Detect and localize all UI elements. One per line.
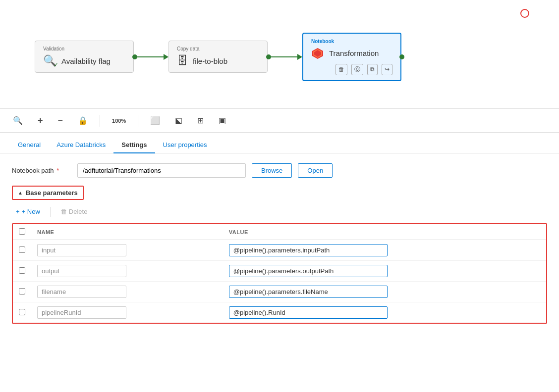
param-name-cell	[31, 282, 223, 302]
search-toolbar-btn[interactable]: 🔍	[10, 114, 26, 127]
tab-user-properties[interactable]: User properties	[155, 137, 215, 153]
collapse-icon: ▲	[18, 190, 23, 196]
select-all-checkbox[interactable]	[19, 228, 25, 235]
new-label: + New	[22, 208, 40, 215]
open-button[interactable]: Open	[298, 163, 333, 178]
parameters-table: NAME VALUE	[13, 224, 546, 323]
notebook-path-row: Notebook path * Browse Open	[12, 163, 547, 178]
notebook-path-input[interactable]	[77, 163, 246, 178]
params-activity-btn[interactable]: ⓪	[351, 64, 363, 75]
select-toolbar-btn[interactable]: ⬕	[172, 114, 185, 127]
param-value-cell	[223, 261, 546, 282]
tab-azure-databricks[interactable]: Azure Databricks	[49, 137, 113, 153]
minus-toolbar-btn[interactable]: −	[55, 113, 66, 128]
notebook-type-label: Notebook	[311, 39, 392, 44]
param-value-input-2[interactable]	[229, 286, 388, 298]
validation-name: Availability flag	[61, 57, 111, 65]
new-param-btn[interactable]: + + New	[12, 206, 44, 217]
add-toolbar-btn[interactable]: +	[35, 113, 46, 128]
validation-content: 🔍✓ Availability flag	[43, 54, 125, 67]
row-checkbox-3[interactable]	[19, 309, 25, 315]
canvas-toolbar: 🔍 + − 🔒 100% ⬜ ⬕ ⊞ ▣	[0, 109, 559, 133]
settings-panel: Notebook path * Browse Open ▲ Base param…	[0, 153, 559, 334]
notebook-right-port	[399, 54, 404, 59]
link-activity-btn[interactable]: ↪	[382, 64, 392, 75]
param-name-input-0[interactable]	[37, 244, 126, 256]
clone-activity-btn[interactable]: ⧉	[367, 64, 378, 75]
connector-line-2	[268, 56, 297, 57]
notebook-activity[interactable]: Notebook Transformation 🗑 ⓪ ⧉ ↪	[302, 33, 401, 81]
validation-icon: 🔍✓	[43, 54, 56, 67]
param-name-input-1[interactable]	[37, 265, 126, 277]
delete-param-btn[interactable]: 🗑 Delete	[56, 206, 92, 217]
validation-type-label: Validation	[43, 46, 125, 51]
param-value-cell	[223, 240, 546, 261]
row-checkbox-cell	[13, 240, 31, 261]
browse-button[interactable]: Browse	[252, 163, 292, 178]
param-name-cell	[31, 240, 223, 261]
copy-data-activity[interactable]: Copy data 🗄 file-to-blob	[168, 41, 268, 73]
row-checkbox-1[interactable]	[19, 267, 25, 274]
settings-tabs: General Azure Databricks Settings User p…	[0, 133, 559, 153]
row-checkbox-cell	[13, 261, 31, 282]
table-row	[13, 282, 546, 302]
connector-2	[268, 54, 302, 60]
grid-toolbar-btn[interactable]: ⊞	[194, 114, 207, 127]
tab-general[interactable]: General	[10, 137, 49, 153]
param-value-input-1[interactable]	[229, 265, 388, 277]
validation-activity[interactable]: Validation 🔍✓ Availability flag	[35, 41, 134, 73]
col-checkbox	[13, 224, 31, 240]
copy-data-name: file-to-blob	[193, 57, 227, 65]
toolbar-sep-2	[138, 115, 138, 127]
lock-toolbar-btn[interactable]: 🔒	[75, 114, 91, 127]
delete-activity-btn[interactable]: 🗑	[335, 64, 347, 75]
delete-icon: 🗑	[60, 208, 67, 215]
layout-toolbar-btn[interactable]: ▣	[216, 114, 229, 127]
col-name-header: NAME	[31, 224, 223, 240]
param-name-input-2[interactable]	[37, 286, 126, 298]
pipeline-nodes: Validation 🔍✓ Availability flag Copy dat…	[35, 33, 401, 81]
param-name-input-3[interactable]	[37, 306, 126, 319]
param-value-cell	[223, 282, 546, 302]
param-value-input-0[interactable]	[229, 244, 388, 256]
connector-arrow-2	[297, 54, 302, 60]
row-checkbox-0[interactable]	[19, 246, 25, 253]
param-name-cell	[31, 261, 223, 282]
tab-settings[interactable]: Settings	[113, 137, 155, 153]
param-value-input-3[interactable]	[229, 306, 388, 319]
plus-icon: +	[16, 208, 20, 215]
notebook-path-label: Notebook path *	[12, 167, 71, 174]
row-checkbox-2[interactable]	[19, 288, 25, 294]
row-checkbox-cell	[13, 282, 31, 302]
base-parameters-header[interactable]: ▲ Base parameters	[12, 186, 84, 200]
section-btn-sep	[50, 207, 51, 217]
row-checkbox-cell	[13, 302, 31, 323]
section-toolbar: + + New 🗑 Delete	[12, 206, 547, 217]
notebook-content: Transformation	[311, 47, 392, 60]
notebook-name: Transformation	[329, 49, 379, 57]
copy-data-content: 🗄 file-to-blob	[177, 54, 259, 67]
status-indicator	[520, 9, 529, 18]
toolbar-sep-1	[100, 115, 100, 127]
delete-label: Delete	[69, 208, 88, 215]
copy-data-type-label: Copy data	[177, 46, 259, 51]
parameters-table-wrapper: NAME VALUE	[12, 223, 547, 324]
table-row	[13, 302, 546, 323]
copy-data-icon: 🗄	[177, 54, 188, 67]
param-value-cell	[223, 302, 546, 323]
connector-line-1	[134, 56, 164, 57]
table-row	[13, 261, 546, 282]
required-star: *	[55, 167, 59, 174]
pipeline-canvas: Validation 🔍✓ Availability flag Copy dat…	[0, 0, 559, 109]
connector-1	[134, 54, 168, 60]
zoom-toolbar-btn[interactable]: 100%	[109, 116, 129, 126]
base-parameters-label: Base parameters	[26, 189, 78, 196]
connector-arrow-1	[164, 54, 168, 60]
fitscreen-toolbar-btn[interactable]: ⬜	[147, 114, 163, 127]
col-value-header: VALUE	[223, 224, 546, 240]
table-row	[13, 240, 546, 261]
param-name-cell	[31, 302, 223, 323]
notebook-action-bar: 🗑 ⓪ ⧉ ↪	[311, 64, 392, 75]
databricks-icon	[311, 47, 324, 60]
